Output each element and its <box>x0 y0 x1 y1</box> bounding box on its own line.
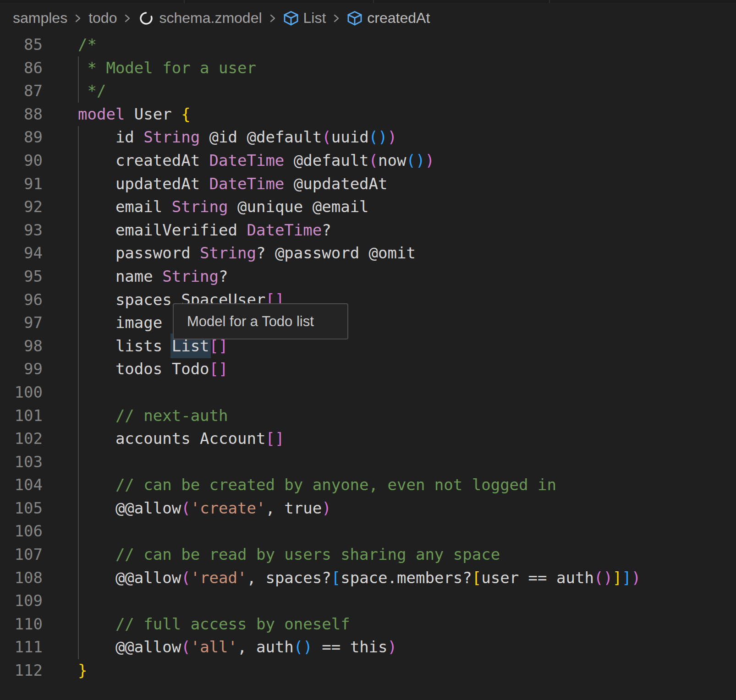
code-token: todos Todo <box>78 360 209 378</box>
tab-bar-bottom-strip <box>0 0 736 3</box>
line-number[interactable]: 102 <box>0 427 43 450</box>
line-number[interactable]: 96 <box>0 288 43 312</box>
code-line[interactable]: 92 email String @unique @email <box>0 195 736 219</box>
line-number[interactable]: 105 <box>0 497 43 520</box>
code-token: uuid <box>331 128 369 146</box>
code-token: String <box>162 267 219 285</box>
line-number[interactable]: 100 <box>0 381 43 404</box>
code-line[interactable]: 96 spaces SpaceUser[] <box>0 288 736 312</box>
code-line[interactable]: 90 createdAt DateTime @default(now()) <box>0 149 736 172</box>
code-token: ( <box>181 569 190 587</box>
line-number[interactable]: 104 <box>0 473 43 497</box>
code-token: [ <box>472 569 481 587</box>
code-text: // can be read by users sharing any spac… <box>78 543 500 566</box>
code-line[interactable]: 106 <box>0 520 736 543</box>
line-number[interactable]: 101 <box>0 404 43 427</box>
code-token: id <box>78 128 143 146</box>
line-number[interactable]: 94 <box>0 241 43 265</box>
indent-guide <box>78 126 79 659</box>
code-text: email String @unique @email <box>78 195 369 219</box>
code-token: DateTime <box>247 221 322 239</box>
code-line[interactable]: 108 @@allow('read', spaces?[space.member… <box>0 566 736 590</box>
breadcrumb-label: createdAt <box>367 10 430 27</box>
code-token: name <box>78 267 162 285</box>
code-text: @@allow('create', true) <box>78 497 331 520</box>
code-token: DateTime <box>209 151 285 170</box>
code-token: () <box>406 151 425 170</box>
line-number[interactable]: 88 <box>0 103 43 126</box>
code-text: * Model for a user <box>78 56 256 80</box>
code-line[interactable]: 110 // full access by oneself <box>0 612 736 636</box>
line-number[interactable]: 109 <box>0 589 43 612</box>
code-token: password <box>78 244 200 262</box>
breadcrumb-item-todo[interactable]: todo <box>88 10 117 27</box>
code-line[interactable]: 87 */ <box>0 79 736 103</box>
code-line[interactable]: 94 password String? @password @omit <box>0 241 736 265</box>
code-token: , spaces? <box>247 569 331 587</box>
line-number[interactable]: 99 <box>0 357 43 381</box>
line-number[interactable]: 87 <box>0 79 43 103</box>
line-number[interactable]: 86 <box>0 56 43 80</box>
code-token: accounts Account <box>78 429 265 448</box>
line-number[interactable]: 85 <box>0 33 43 56</box>
breadcrumb-item-list[interactable]: List <box>283 10 326 27</box>
code-token: { <box>181 105 190 123</box>
code-line[interactable]: 95 name String? <box>0 265 736 288</box>
code-line[interactable]: 97 image <box>0 311 736 334</box>
code-token: emailVerified <box>78 221 247 239</box>
code-token: ( <box>322 128 331 146</box>
code-text: updatedAt DateTime @updatedAt <box>78 172 388 196</box>
code-text: } <box>78 659 87 682</box>
breadcrumb-item-createdat[interactable]: createdAt <box>347 10 430 27</box>
line-number[interactable]: 108 <box>0 566 43 590</box>
code-line[interactable]: 112} <box>0 659 736 682</box>
code-line[interactable]: 104 // can be created by anyone, even no… <box>0 473 736 497</box>
code-line[interactable]: 103 <box>0 450 736 474</box>
code-token: @updatedAt <box>284 175 387 193</box>
breadcrumb-item-schema-zmodel[interactable]: schema.zmodel <box>138 10 262 27</box>
line-number[interactable]: 92 <box>0 195 43 219</box>
line-number[interactable]: 93 <box>0 219 43 242</box>
code-token: ? <box>219 267 228 285</box>
line-number[interactable]: 107 <box>0 543 43 566</box>
code-token: image <box>78 313 162 332</box>
code-editor[interactable]: 85/*86 * Model for a user87 */88model Us… <box>0 33 736 682</box>
line-number[interactable]: 95 <box>0 265 43 288</box>
chevron-right-icon <box>331 11 341 25</box>
line-number[interactable]: 103 <box>0 450 43 474</box>
code-line[interactable]: 109 <box>0 589 736 612</box>
code-token: ) <box>425 151 434 170</box>
code-line[interactable]: 111 @@allow('all', auth() == this) <box>0 635 736 659</box>
code-token: // full access by oneself <box>78 615 350 633</box>
line-number[interactable]: 112 <box>0 659 43 682</box>
code-line[interactable]: 93 emailVerified DateTime? <box>0 219 736 242</box>
code-line[interactable]: 101 // next-auth <box>0 404 736 427</box>
line-number[interactable]: 97 <box>0 311 43 334</box>
code-line[interactable]: 91 updatedAt DateTime @updatedAt <box>0 172 736 196</box>
code-token: () <box>594 569 613 587</box>
code-line[interactable]: 88model User { <box>0 103 736 126</box>
code-line[interactable]: 100 <box>0 381 736 404</box>
code-token: () <box>294 638 313 656</box>
code-token: now <box>378 151 406 170</box>
line-number[interactable]: 91 <box>0 172 43 196</box>
code-line[interactable]: 105 @@allow('create', true) <box>0 497 736 520</box>
code-token: String <box>143 128 200 146</box>
code-token: ) <box>632 569 641 587</box>
line-number[interactable]: 89 <box>0 126 43 149</box>
code-line[interactable]: 107 // can be read by users sharing any … <box>0 543 736 566</box>
breadcrumb-item-samples[interactable]: samples <box>13 10 67 27</box>
line-number[interactable]: 110 <box>0 612 43 636</box>
code-line[interactable]: 102 accounts Account[] <box>0 427 736 450</box>
code-line[interactable]: 98 lists List[] <box>0 334 736 358</box>
line-number[interactable]: 106 <box>0 520 43 543</box>
line-number[interactable]: 111 <box>0 635 43 659</box>
code-line[interactable]: 99 todos Todo[] <box>0 357 736 381</box>
line-number[interactable]: 98 <box>0 334 43 358</box>
line-number[interactable]: 90 <box>0 149 43 172</box>
code-line[interactable]: 86 * Model for a user <box>0 56 736 80</box>
code-token: space.members? <box>341 569 472 587</box>
code-line[interactable]: 89 id String @id @default(uuid()) <box>0 126 736 149</box>
code-token: , auth <box>237 638 294 656</box>
code-line[interactable]: 85/* <box>0 33 736 56</box>
